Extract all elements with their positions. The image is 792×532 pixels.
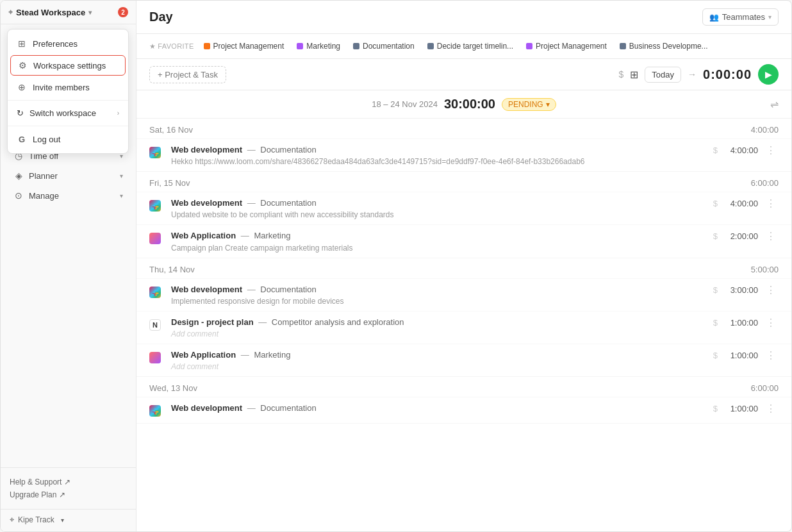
entry-right: $ 1:00:00 ⋮ [713,317,779,329]
entry-title: Web Application — Marketing [171,230,705,242]
entry-more-icon[interactable]: ⋮ [763,317,779,329]
fav-dot-5 [620,43,626,49]
manage-icon: ⊙ [13,190,24,201]
preferences-menu-item[interactable]: ⊞ Preferences [8,33,128,54]
week-collapse-icon[interactable]: ⇌ [770,98,779,110]
fav-dot-2 [353,43,359,49]
app-icon-airtable [149,351,163,365]
manage-chevron-icon: ▾ [120,192,123,199]
planner-icon: ◈ [13,170,24,181]
entry-more-icon[interactable]: ⋮ [763,403,779,415]
sidebar-item-planner[interactable]: ◈ Planner ▾ [4,166,132,185]
entry-billable-icon[interactable]: $ [713,231,718,241]
week-total: 30:00:00 [444,97,495,112]
pending-chevron-icon: ▾ [546,100,550,109]
logout-menu-item[interactable]: G Log out [8,129,128,149]
fav-dot-4 [526,43,532,49]
app-icon-slack [149,145,163,160]
day-total-fri-15: 6:00:00 [751,178,779,188]
timer-bar: + Project & Task $ ⊞ Today → 0:00:00 ▶ [136,59,791,90]
sidebar-item-manage[interactable]: ⊙ Manage ▾ [4,186,132,205]
time-entries-content: 18 – 24 Nov 2024 30:00:00 PENDING ▾ ⇌ Sa… [136,90,791,531]
preferences-label: Preferences [33,39,78,49]
teammates-button[interactable]: 👥 Teammates ▾ [702,8,779,26]
slack-icon [149,147,161,158]
logout-label: Log out [33,135,60,144]
kipe-track-label: Kipe Track [18,515,54,524]
grid-view-icon[interactable]: ⊞ [630,69,638,81]
page-title: Day [149,10,173,24]
invite-members-menu-item[interactable]: ⊕ Invite members [8,77,128,97]
entry-duration: 4:00:00 [723,199,758,208]
entry-duration: 4:00:00 [723,145,758,155]
fav-dot-1 [297,43,303,49]
sidebar-header: ⌖ Stead Workspace ▾ 2 [1,1,136,24]
entry-right: $ 2:00:00 ⋮ [713,230,779,242]
entry-comment: Campaign plan Create campaign marketing … [171,244,705,253]
day-total-sat-16: 4:00:00 [751,125,779,135]
billable-toggle-icon[interactable]: $ [619,69,624,79]
notification-badge[interactable]: 2 [118,7,128,17]
topbar: Day 👥 Teammates ▾ [136,1,791,34]
entry-comment-placeholder[interactable]: Add comment [171,362,705,371]
entry-comment: Hekko https://www.loom.com/share/4836627… [171,157,705,166]
invite-members-label: Invite members [33,83,90,92]
entry-duration: 2:00:00 [723,231,758,241]
entry-billable-icon[interactable]: $ [713,404,718,413]
entry-billable-icon[interactable]: $ [713,285,718,295]
fav-tag-4[interactable]: Project Management [520,39,613,53]
sidebar: ⌖ Stead Workspace ▾ 2 ⊞ Preferences ⚙ Wo… [1,1,136,531]
pending-badge[interactable]: PENDING ▾ [502,98,556,111]
entry-more-icon[interactable]: ⋮ [763,144,779,156]
workspace-settings-label: Workspace settings [33,61,106,71]
entry-right: $ 1:00:00 ⋮ [713,349,779,362]
entry-title: Web development — Documentation [171,284,705,295]
switch-workspace-menu-item[interactable]: ↻ Switch workspace › [8,103,128,123]
workspace-settings-menu-item[interactable]: ⚙ Workspace settings [10,55,126,76]
favorite-label: ★ FAVORITE [149,42,194,51]
entry-more-icon[interactable]: ⋮ [763,349,779,362]
week-range: 18 – 24 Nov 2024 [372,99,438,109]
entry-billable-icon[interactable]: $ [713,199,718,208]
fav-tag-5[interactable]: Business Developme... [614,39,714,53]
table-row: Web development — Documentation Hekko ht… [136,138,791,171]
entry-body: Web Application — Marketing Campaign pla… [171,230,705,252]
sidebar-nav: ◎ Insights ◷ Time off ▾ ◈ Planner ▾ ⊙ Ma… [1,121,136,467]
help-support-link[interactable]: Help & Support ↗ [10,476,127,488]
entry-duration: 1:00:00 [723,318,758,328]
kipe-track-button[interactable]: ⌖ Kipe Track ▾ [1,509,136,531]
entry-title: Web Application — Marketing [171,349,705,361]
entry-more-icon[interactable]: ⋮ [763,230,779,242]
week-header: 18 – 24 Nov 2024 30:00:00 PENDING ▾ ⇌ [136,90,791,119]
workspace-dropdown: ⊞ Preferences ⚙ Workspace settings ⊕ Inv… [7,29,129,154]
day-label-wed-13: Wed, 13 Nov [149,383,197,393]
fav-dot-0 [204,43,210,49]
app-icon-slack [149,199,163,213]
entry-more-icon[interactable]: ⋮ [763,197,779,210]
fav-tag-2[interactable]: Documentation [347,39,420,53]
kipe-icon: ⌖ [10,515,14,525]
next-arrow-icon[interactable]: → [688,69,697,79]
fav-tag-1[interactable]: Marketing [291,39,346,53]
day-header-thu-14: Thu, 14 Nov 5:00:00 [136,258,791,278]
teammates-icon: 👥 [709,13,719,22]
entry-body: Design - project plan — Competitor analy… [171,317,705,338]
entry-more-icon[interactable]: ⋮ [763,284,779,296]
app-icon-airtable [149,231,163,245]
add-task-button[interactable]: + Project & Task [149,66,226,83]
slack-icon [149,405,161,417]
fav-tag-0[interactable]: Project Management [198,39,290,53]
entry-comment-placeholder[interactable]: Add comment [171,329,705,338]
fav-tag-3[interactable]: Decide target timelin... [422,39,519,53]
table-row: Web development — Documentation Updated … [136,192,791,224]
play-button[interactable]: ▶ [758,64,779,85]
entry-billable-icon[interactable]: $ [713,318,718,328]
timer-display: 0:00:00 [703,67,752,82]
today-button[interactable]: Today [645,67,681,83]
entry-billable-icon[interactable]: $ [713,145,718,155]
workspace-name-button[interactable]: ⌖ Stead Workspace ▾ [8,8,92,17]
entry-billable-icon[interactable]: $ [713,351,718,360]
upgrade-plan-link[interactable]: Upgrade Plan ↗ [10,488,127,501]
switch-chevron-icon: › [117,110,119,117]
logout-icon: G [17,134,27,144]
